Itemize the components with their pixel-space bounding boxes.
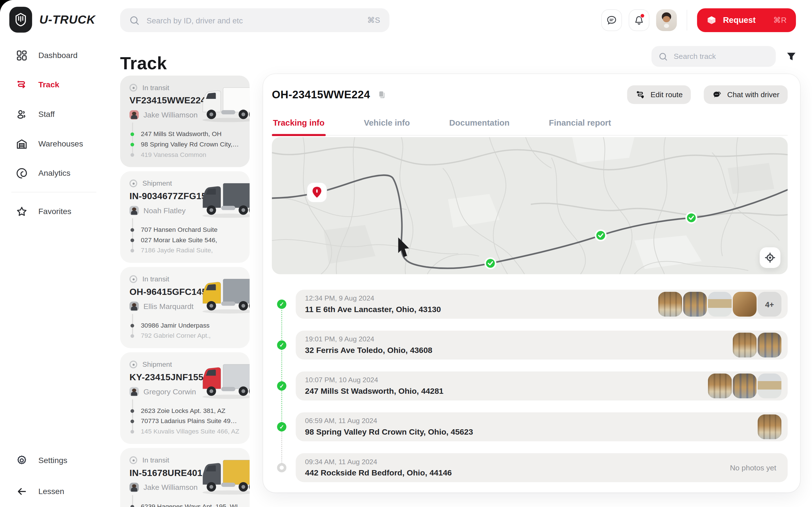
route-icon <box>15 78 28 91</box>
origin-pin[interactable] <box>307 182 327 202</box>
topbar-actions: Request ⌘R <box>601 8 796 32</box>
global-search[interactable]: ⌘S <box>120 8 389 32</box>
stop-address: 98 Spring Valley Rd Crown City, OH <box>141 141 241 148</box>
notification-dot <box>640 13 645 18</box>
timeline-rail: ✓ <box>276 412 296 441</box>
sidebar-bottom: Settings Lessen <box>0 445 108 507</box>
stop-address: 145 Kuvalis Villages Suite 466, AZ <box>141 428 239 435</box>
notifications-button[interactable] <box>628 9 649 31</box>
timeline-rail: ✓ <box>276 290 296 319</box>
sidebar-label: Warehouses <box>38 139 83 148</box>
track-search-input[interactable] <box>673 52 769 61</box>
stop-row: 2623 Zoie Locks Apt. 381, AZ <box>130 406 240 416</box>
stop-row: 247 Mills St Wadsworth, OH <box>130 129 240 139</box>
timeline-card[interactable]: 06:59 AM, 11 Aug 2024 98 Spring Valley R… <box>296 412 788 441</box>
stop-dot-icon <box>131 334 134 338</box>
track-search[interactable] <box>652 46 776 66</box>
filter-button[interactable] <box>784 50 799 64</box>
sidebar-item-warehouses[interactable]: Warehouses <box>0 129 108 158</box>
topbar-divider <box>687 10 688 31</box>
sidebar-item-dashboard[interactable]: Dashboard <box>0 40 108 70</box>
stop-dot-icon <box>131 132 134 136</box>
checkpoint-photo-thumbnail[interactable] <box>758 333 781 357</box>
tab-tracking-info[interactable]: Tracking info <box>272 113 325 135</box>
timeline-row: 09:34 AM, 11 Aug 2024 442 Rockside Rd Be… <box>276 453 788 482</box>
sidebar-collapse-button[interactable]: Lessen <box>0 476 108 507</box>
stop-dot-icon <box>131 324 134 327</box>
more-photos-badge[interactable]: 4+ <box>758 292 781 317</box>
checkpoint-photo-thumbnail[interactable] <box>658 292 682 317</box>
timeline-card[interactable]: 12:34 PM, 9 Aug 2024 11 E 6th Ave Lancas… <box>296 290 788 319</box>
sidebar-item-favorites[interactable]: Favorites <box>0 196 108 226</box>
checkpoint-photo-thumbnail[interactable] <box>708 292 732 317</box>
checkpoint-photo-thumbnail[interactable] <box>708 374 732 398</box>
timeline-card[interactable]: 10:07 PM, 10 Aug 2024 247 Mills St Wadsw… <box>296 372 788 400</box>
checkpoint-photo-thumbnail[interactable] <box>733 333 756 357</box>
checkpoint-status-icon <box>277 463 287 472</box>
checkpoint-photos <box>708 374 781 398</box>
stop-row: 70773 Ladarius Plains Suite 496, AZ <box>130 416 240 427</box>
route-map[interactable] <box>272 137 788 274</box>
sidebar-item-settings[interactable]: Settings <box>0 445 108 476</box>
timeline-row: ✓ 19:01 PM, 9 Aug 2024 32 Ferris Ave Tol… <box>276 331 788 360</box>
chat-icon <box>606 14 617 25</box>
checkpoint-photo-thumbnail[interactable] <box>733 292 756 317</box>
request-button[interactable]: Request ⌘R <box>697 8 796 32</box>
messages-button[interactable] <box>601 9 622 31</box>
user-avatar[interactable] <box>656 9 676 31</box>
stop-address: 70773 Ladarius Plains Suite 496, AZ <box>141 417 241 425</box>
shipment-list: In transit VF23415WWE224 Jake Williamson… <box>120 75 250 507</box>
status-label: Shipment <box>142 360 172 369</box>
gear-icon <box>15 454 28 467</box>
status-label: Shipment <box>142 179 172 187</box>
truck-image <box>197 274 250 318</box>
timeline-card[interactable]: 19:01 PM, 9 Aug 2024 32 Ferris Ave Toled… <box>296 331 788 360</box>
timeline-rail: ✓ <box>276 372 296 400</box>
checkpoint-status-icon: ✓ <box>277 299 287 309</box>
checkpoint-address: 98 Spring Valley Rd Crown City, Ohio, 45… <box>305 427 473 437</box>
checkpoint-photo-thumbnail[interactable] <box>758 374 781 398</box>
sidebar-item-staff[interactable]: Staff <box>0 100 108 129</box>
stop-row: 6239 Hagenes Ways Apt. 195, WI <box>130 501 240 507</box>
page-title: Track <box>120 53 167 73</box>
global-search-input[interactable] <box>146 15 361 25</box>
shipment-card[interactable]: Shipment KY-23415JNF155 Gregory Corwin 2… <box>120 352 250 444</box>
stop-list: 6239 Hagenes Ways Apt. 195, WI 62611 Tal… <box>130 501 240 507</box>
sidebar-label: Dashboard <box>38 50 78 60</box>
shipment-card[interactable]: In transit IN-51678URE401 Jake Williamso… <box>120 448 250 507</box>
chat-filled-icon <box>712 90 722 100</box>
status-label: In transit <box>142 275 169 283</box>
shipment-card[interactable]: Shipment IN-9034677ZFG154 Noah Flatley 7… <box>120 171 250 263</box>
shipment-card[interactable]: In transit OH-96415GFC145 Ellis Marquard… <box>120 267 250 348</box>
shipment-card[interactable]: In transit VF23415WWE224 Jake Williamson… <box>120 75 250 167</box>
edit-route-button[interactable]: Edit route <box>627 86 691 104</box>
checkpoint-time: 06:59 AM, 11 Aug 2024 <box>305 417 473 425</box>
no-photos-label: No photos yet <box>730 464 781 472</box>
checkpoint-photo-thumbnail[interactable] <box>733 374 756 398</box>
truck-image <box>197 455 250 499</box>
filter-icon <box>785 50 797 62</box>
map-checkpoint-3 <box>686 213 697 223</box>
sidebar-item-analytics[interactable]: Analytics <box>0 158 108 188</box>
search-shortcut: ⌘S <box>367 15 380 25</box>
stop-dot-icon <box>131 419 134 423</box>
stop-dot-icon <box>131 153 134 157</box>
stop-dot-icon <box>131 409 134 413</box>
stop-row: 30986 Jamir Underpass <box>130 320 240 331</box>
checkpoint-time: 12:34 PM, 9 Aug 2024 <box>305 294 441 302</box>
stop-list: 707 Hansen Orchard Suite 027 Morar Lake … <box>130 224 240 256</box>
chat-with-driver-button[interactable]: Chat with driver <box>704 86 788 104</box>
sidebar-item-track[interactable]: Track <box>0 70 108 100</box>
stop-list: 247 Mills St Wadsworth, OH 98 Spring Val… <box>130 129 240 160</box>
stop-row: 145 Kuvalis Villages Suite 466, AZ <box>130 426 240 437</box>
tab-vehicle-info[interactable]: Vehicle info <box>363 113 411 135</box>
copy-id-button[interactable] <box>377 90 386 100</box>
driver-name: Jake Williamson <box>144 111 198 119</box>
locate-button[interactable] <box>760 247 780 268</box>
stop-row: 98 Spring Valley Rd Crown City, OH <box>130 139 240 150</box>
tab-financial-report[interactable]: Financial report <box>548 113 612 135</box>
checkpoint-photo-thumbnail[interactable] <box>758 414 781 439</box>
checkpoint-photo-thumbnail[interactable] <box>683 292 707 317</box>
timeline-card[interactable]: 09:34 AM, 11 Aug 2024 442 Rockside Rd Be… <box>296 453 788 482</box>
tab-documentation[interactable]: Documentation <box>448 113 511 135</box>
